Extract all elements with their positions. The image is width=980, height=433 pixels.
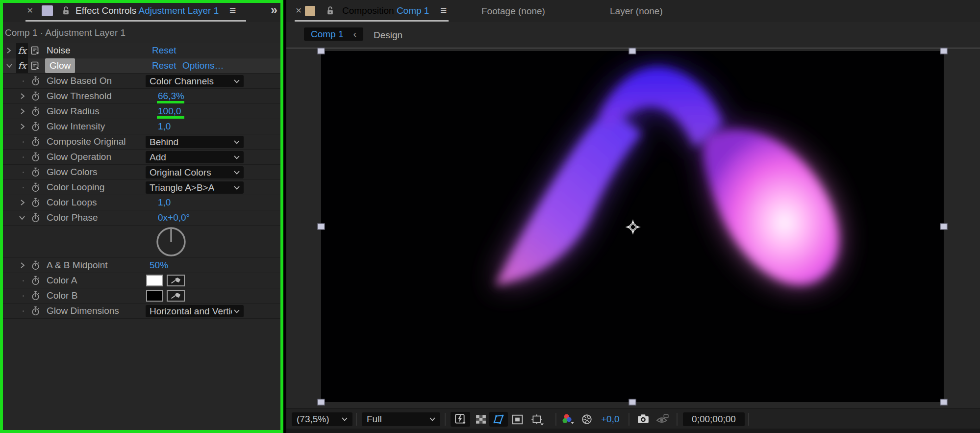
stopwatch-icon[interactable] [31, 210, 40, 225]
close-icon[interactable]: × [27, 4, 33, 16]
region-of-interest-button[interactable] [512, 414, 523, 427]
mask-visibility-button[interactable] [489, 412, 508, 427]
chevron-right-icon[interactable] [20, 89, 25, 103]
composite-original-dropdown[interactable]: Behind [146, 136, 244, 148]
selection-handle[interactable] [629, 399, 636, 406]
chevron-right-icon[interactable] [20, 258, 25, 273]
chevron-right-icon[interactable] [20, 104, 25, 119]
composition-viewer[interactable] [286, 50, 980, 408]
panel-overflow-icon[interactable]: » [271, 3, 277, 17]
color-loops-value[interactable]: 1,0 [158, 195, 171, 210]
stopwatch-icon[interactable] [31, 119, 40, 134]
selection-handle[interactable] [318, 399, 325, 406]
property-label: Color B [47, 288, 77, 303]
stopwatch-icon[interactable] [31, 134, 40, 149]
exposure-value[interactable]: +0,0 [601, 414, 620, 425]
color-b-swatch[interactable] [146, 290, 163, 302]
composition-tab[interactable]: Composition Comp 1 [342, 5, 429, 16]
show-snapshot-button[interactable] [656, 413, 669, 427]
region-of-interest-icon [512, 414, 523, 425]
eyedropper-icon [171, 292, 181, 299]
status-strip [286, 429, 980, 433]
unlock-icon[interactable] [62, 6, 70, 15]
chevron-right-icon[interactable] [20, 195, 25, 210]
unlock-icon[interactable] [327, 6, 334, 15]
panel-color-swatch[interactable] [305, 6, 315, 16]
take-snapshot-button[interactable] [637, 414, 649, 426]
reset-exposure-button[interactable] [581, 414, 592, 427]
shutter-icon [581, 414, 592, 425]
rgb-channels-icon [562, 413, 575, 425]
keyframe-dot [23, 295, 24, 297]
fx-icon[interactable]: fx [16, 58, 28, 73]
effect-row-noise[interactable]: fx Noise Reset [0, 43, 283, 58]
stopwatch-icon[interactable] [31, 288, 40, 303]
glow-dimensions-dropdown[interactable]: Horizontal and Vertical [146, 305, 244, 317]
fx-icon[interactable]: fx [16, 43, 28, 58]
composition-canvas[interactable] [321, 51, 944, 402]
stopwatch-icon[interactable] [31, 74, 40, 88]
stopwatch-icon[interactable] [31, 304, 40, 318]
options-link[interactable]: Options… [182, 58, 224, 73]
selection-handle[interactable] [318, 224, 325, 230]
property-label: Color Looping [47, 180, 104, 195]
selection-handle[interactable] [318, 48, 325, 54]
selection-handle[interactable] [940, 48, 948, 54]
transparency-grid-button[interactable] [476, 414, 486, 427]
stopwatch-icon[interactable] [31, 180, 40, 195]
color-phase-value[interactable]: 0x+0,0° [158, 210, 190, 225]
composition-target-text: Comp 1 [397, 5, 429, 16]
chevron-left-icon[interactable]: ‹ [353, 28, 357, 40]
chevron-right-icon[interactable] [6, 43, 12, 58]
layer-tab[interactable]: Layer (none) [610, 0, 663, 22]
glow-colors-dropdown[interactable]: Original Colors [146, 166, 244, 178]
ab-midpoint-value[interactable]: 50% [150, 258, 168, 273]
chevron-down-icon[interactable] [6, 58, 13, 73]
effect-name-selected[interactable]: Glow [45, 58, 75, 73]
grid-guides-button[interactable] [530, 414, 544, 428]
snapshot-eye-icon [656, 413, 669, 424]
magnification-dropdown[interactable]: (73,5%) [292, 412, 352, 426]
eyedropper-button[interactable] [167, 275, 185, 286]
stopwatch-icon[interactable] [31, 273, 40, 288]
property-row-glow-operation: Glow Operation Add [0, 150, 283, 165]
selection-handle[interactable] [940, 224, 948, 230]
anchor-point-icon[interactable] [624, 218, 642, 236]
reset-link[interactable]: Reset [152, 43, 176, 58]
reset-link[interactable]: Reset [152, 58, 176, 73]
glow-intensity-value[interactable]: 1,0 [158, 119, 171, 134]
fast-previews-button[interactable] [451, 412, 470, 427]
show-channel-button[interactable] [562, 413, 575, 428]
stopwatch-icon[interactable] [31, 258, 40, 273]
glow-operation-dropdown[interactable]: Add [146, 151, 244, 163]
timecode-display[interactable]: 0;00;00;00 [683, 412, 745, 426]
resolution-dropdown[interactable]: Full [362, 412, 440, 426]
design-view-tab[interactable]: Design [374, 22, 402, 49]
chevron-down-icon [234, 140, 240, 144]
effect-row-glow[interactable]: fx Glow Reset Options… [0, 58, 283, 74]
stopwatch-icon[interactable] [31, 104, 40, 119]
panel-menu-icon[interactable]: ≡ [229, 4, 236, 17]
color-a-swatch[interactable] [146, 275, 163, 286]
panel-menu-icon[interactable]: ≡ [440, 4, 447, 17]
close-icon[interactable]: × [296, 4, 302, 16]
stopwatch-icon[interactable] [31, 150, 40, 164]
panel-tab-title[interactable]: Effect Controls Adjustment Layer 1 [75, 5, 219, 16]
selection-handle[interactable] [629, 48, 636, 54]
footage-tab[interactable]: Footage (none) [481, 0, 545, 22]
stopwatch-icon[interactable] [31, 89, 40, 103]
chevron-right-icon[interactable] [20, 119, 25, 134]
panel-color-swatch[interactable] [42, 5, 53, 16]
stopwatch-icon[interactable] [31, 165, 40, 179]
angle-dial[interactable] [155, 226, 187, 257]
annotation-underline [157, 116, 184, 119]
glow-based-on-dropdown[interactable]: Color Channels [146, 75, 244, 87]
eyedropper-button[interactable] [167, 290, 185, 302]
selection-handle[interactable] [940, 399, 948, 406]
effect-name[interactable]: Noise [47, 43, 71, 58]
stopwatch-icon[interactable] [31, 195, 40, 210]
active-tab-underline [295, 20, 449, 22]
chevron-down-icon[interactable] [19, 210, 25, 225]
comp1-view-tab[interactable]: Comp 1 ‹ [304, 27, 363, 41]
color-looping-dropdown[interactable]: Triangle A>B>A [146, 181, 244, 194]
